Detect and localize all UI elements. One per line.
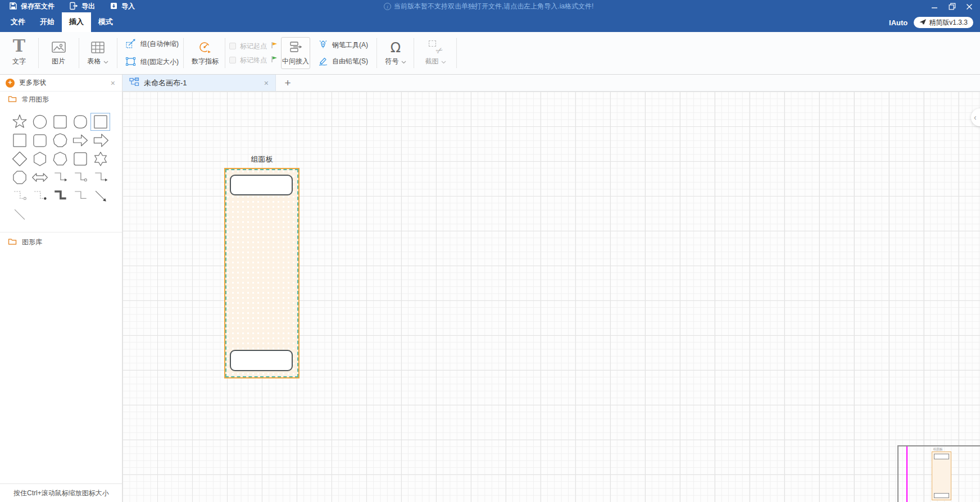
checkbox-icon — [229, 43, 236, 49]
import-icon — [110, 2, 118, 12]
pencil-icon — [318, 56, 328, 67]
mark-end-checkbox[interactable]: 标记终点 — [229, 56, 278, 65]
chevron-down-icon — [441, 58, 446, 66]
shape-elbow-connector-arrow-2[interactable] — [90, 168, 110, 186]
save-to-file-button[interactable]: 保存至文件 — [9, 2, 55, 12]
pen-icon — [318, 39, 328, 51]
shape-library-label: 图形库 — [22, 238, 42, 247]
shape-arrow-right-wide[interactable] — [90, 131, 110, 149]
screenshot-icon: ✂ — [428, 40, 443, 54]
menu-tab-home[interactable]: 开始 — [33, 12, 62, 32]
shape-square-2[interactable] — [10, 131, 29, 149]
ribbon-toolbar: T 文字 图片 表格 组(自动伸缩) 组(固定大小) 数字指标 — [0, 32, 980, 75]
new-tab-button[interactable]: + — [276, 75, 300, 91]
table-tool-label: 表格 — [88, 57, 101, 66]
more-shapes-label: 更多形状 — [19, 78, 46, 88]
canvas-tabstrip: 未命名画布-1 × + — [122, 75, 980, 92]
shape-rounded-square-3[interactable] — [70, 150, 90, 168]
checkbox-icon — [229, 57, 236, 63]
folder-icon — [8, 238, 17, 247]
info-icon: i — [384, 3, 391, 10]
shape-library-group[interactable]: 图形库 — [0, 232, 122, 252]
menubar: 文件 开始 插入 模式 IAuto 精简版v1.3.3 — [0, 13, 980, 32]
close-tab-button[interactable]: × — [264, 79, 269, 88]
shape-elbow-connector-circle[interactable] — [70, 168, 90, 186]
import-button[interactable]: 导入 — [110, 2, 135, 12]
shape-rounded-square[interactable] — [50, 113, 70, 131]
restore-button[interactable] — [948, 3, 956, 11]
shape-rounded-square-2[interactable] — [30, 131, 49, 149]
free-pencil-button[interactable]: 自由铅笔(S) — [318, 56, 368, 67]
group-fixed-button[interactable]: 组(固定大小) — [125, 56, 179, 69]
menu-tab-insert[interactable]: 插入 — [62, 12, 91, 32]
export-button[interactable]: 导出 — [69, 2, 95, 12]
save-icon — [9, 2, 17, 12]
image-icon — [51, 32, 66, 54]
mark-start-checkbox[interactable]: 标记起点 — [229, 42, 278, 51]
paper-plane-icon — [919, 19, 927, 27]
chevron-down-icon — [103, 58, 108, 66]
group-panel-label[interactable]: 组面板 — [235, 154, 289, 165]
drawing-canvas[interactable]: 组面板 组面板 ‹ — [122, 92, 980, 502]
image-tool-button[interactable]: 图片 — [38, 32, 79, 74]
export-label: 导出 — [81, 2, 95, 11]
shape-diagonal-line[interactable] — [10, 206, 29, 223]
chevron-down-icon — [401, 58, 406, 66]
shape-star-5[interactable] — [10, 113, 29, 131]
numeric-indicator-button[interactable]: 数字指标 — [185, 32, 225, 74]
shapes-sidebar: + 更多形状 × 常用图形 图形库 按住Ctrl+滚动鼠标缩放图标大小 — [0, 75, 122, 502]
shape-elbow-connector-arrow[interactable] — [50, 168, 70, 186]
shape-squircle[interactable] — [70, 113, 90, 131]
shape-elbow-thin[interactable] — [70, 187, 90, 205]
shape-diamond[interactable] — [10, 150, 29, 168]
group-panel-shape[interactable] — [224, 168, 300, 378]
shape-elbow-thick[interactable] — [50, 187, 70, 205]
statusbar: 按住Ctrl+滚动鼠标缩放图标大小 — [0, 483, 122, 502]
group-auto-icon — [125, 38, 137, 51]
shape-star-6[interactable] — [90, 150, 110, 168]
titlebar: 保存至文件 导出 导入 i 当前版本暂不支持双击单独打开文件,请点击左上角导入.… — [0, 0, 980, 13]
orange-flag-icon — [271, 42, 278, 51]
app-window: 保存至文件 导出 导入 i 当前版本暂不支持双击单独打开文件,请点击左上角导入.… — [0, 0, 980, 502]
symbol-tool-button[interactable]: Ω 符号 — [378, 32, 414, 74]
screenshot-label: 截图 — [425, 57, 439, 66]
middle-access-button[interactable]: 中间接入 — [281, 37, 310, 69]
collapse-right-panel-button[interactable]: ‹ — [971, 108, 980, 126]
shape-square[interactable] — [90, 113, 110, 131]
shape-double-arrow-horizontal[interactable] — [30, 168, 49, 186]
shape-hexagon[interactable] — [30, 150, 49, 168]
notice-text: 当前版本暂不支持双击单独打开文件,请点击左上角导入.ia格式文件! — [394, 2, 593, 11]
group-fixed-icon — [125, 56, 137, 69]
shape-arrow-right[interactable] — [70, 131, 90, 149]
group-panel-node-bottom[interactable] — [230, 350, 293, 371]
common-shapes-group[interactable]: 常用图形 — [0, 92, 122, 107]
close-window-button[interactable] — [965, 3, 973, 11]
zoom-hint-text: 按住Ctrl+滚动鼠标缩放图标大小 — [13, 489, 109, 498]
group-fixed-label: 组(固定大小) — [140, 57, 179, 67]
folder-icon — [8, 95, 17, 104]
table-tool-button[interactable]: 表格 — [79, 32, 117, 74]
add-shapes-icon[interactable]: + — [6, 79, 15, 88]
group-auto-button[interactable]: 组(自动伸缩) — [125, 38, 179, 51]
pen-tool-button[interactable]: 钢笔工具(A) — [318, 39, 368, 51]
middle-access-label: 中间接入 — [282, 57, 309, 66]
shape-elbow-dashed-circle[interactable] — [10, 187, 29, 205]
shape-diagonal-arrow[interactable] — [90, 187, 110, 205]
shape-elbow-dashed-dot[interactable] — [30, 187, 49, 205]
canvas-tab[interactable]: 未命名画布-1 × — [122, 75, 276, 91]
menu-tab-mode[interactable]: 模式 — [91, 12, 120, 32]
menu-tab-file[interactable]: 文件 — [3, 12, 33, 32]
version-badge[interactable]: 精简版v1.3.3 — [914, 17, 973, 28]
overview-minimap[interactable]: 组面板 — [897, 445, 980, 502]
close-shapes-panel-button[interactable]: × — [111, 79, 115, 87]
group-panel-node-top[interactable] — [230, 175, 293, 195]
screenshot-tool-button[interactable]: ✂ 截图 — [416, 32, 455, 74]
minimize-button[interactable] — [931, 3, 938, 11]
shape-circle[interactable] — [30, 113, 49, 131]
shape-nonagon[interactable] — [50, 131, 70, 149]
export-icon — [69, 2, 78, 12]
shape-heptagon[interactable] — [50, 150, 70, 168]
text-tool-button[interactable]: T 文字 — [0, 32, 38, 74]
numeric-indicator-label: 数字指标 — [192, 57, 219, 66]
shape-octagon[interactable] — [10, 168, 29, 186]
